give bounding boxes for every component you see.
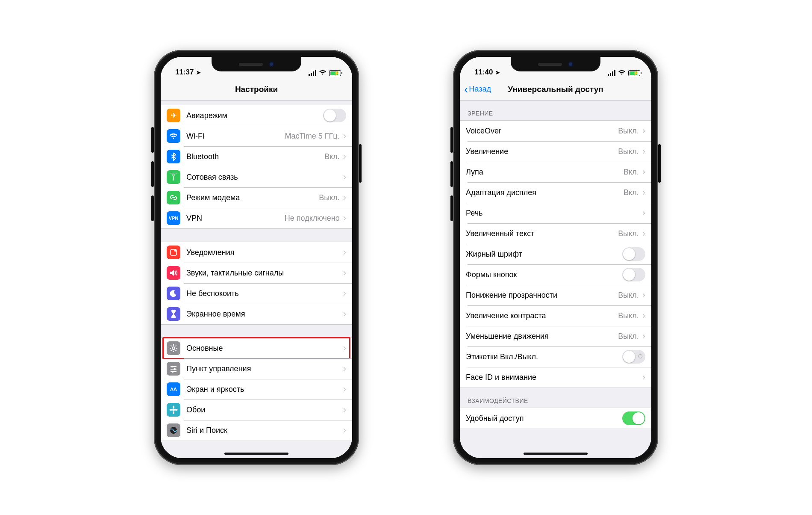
cell-bold[interactable]: Жирный шрифт <box>460 244 651 264</box>
cell-label: Этикетки Вкл./Выкл. <box>466 352 622 361</box>
cell-label: Увеличение <box>466 147 618 156</box>
cell-large-text[interactable]: Увеличенный текстВыкл.› <box>460 223 651 244</box>
cell-motion[interactable]: Уменьшение движенияВыкл.› <box>460 326 651 346</box>
chevron-right-icon: › <box>642 310 645 321</box>
chevron-right-icon: › <box>343 247 346 258</box>
cell-screentime[interactable]: Экранное время› <box>161 304 352 324</box>
bold-toggle[interactable] <box>622 247 645 261</box>
cell-siri[interactable]: Siri и Поиск› <box>161 420 352 441</box>
svg-point-8 <box>172 371 174 373</box>
cell-wallpaper[interactable]: Обои› <box>161 400 352 420</box>
accessibility-group-1: Удобный доступ <box>460 408 651 429</box>
cell-button-shapes[interactable]: Формы кнопок <box>460 264 651 285</box>
cell-speech[interactable]: Речь› <box>460 203 651 223</box>
svg-point-4 <box>171 366 173 367</box>
cell-notifications[interactable]: Уведомления› <box>161 242 352 263</box>
wallpaper-icon <box>167 403 180 417</box>
accessibility-group-0: VoiceOverВыкл.›УвеличениеВыкл.›ЛупаВкл.›… <box>460 120 651 388</box>
phone-frame-right: 11:40 ➤ ⚡ ‹ Назад Универсальный доступ З… <box>453 50 658 465</box>
chevron-right-icon: › <box>343 151 346 162</box>
display-icon: AA <box>167 382 180 396</box>
cell-label: Речь <box>466 209 642 218</box>
reachability-toggle[interactable] <box>622 411 645 425</box>
cell-transparency[interactable]: Понижение прозрачностиВыкл.› <box>460 285 651 305</box>
cell-label: VPN <box>186 214 285 223</box>
section-header: ЗРЕНИЕ <box>460 101 651 120</box>
airplane-toggle[interactable] <box>323 109 346 122</box>
cell-sounds[interactable]: Звуки, тактильные сигналы› <box>161 263 352 283</box>
cell-control[interactable]: Пункт управления› <box>161 358 352 379</box>
settings-content[interactable]: ✈АвиарежимWi-FiMacTime 5 ГГц.›BluetoothВ… <box>161 101 352 458</box>
group-gap <box>161 325 352 337</box>
cell-detail: MacTime 5 ГГц. <box>285 132 340 141</box>
cell-detail: Не подключено <box>285 214 340 223</box>
screen-left: 11:37 ➤ ⚡ Настройки ✈АвиарежимWi-FiMacTi… <box>161 57 352 458</box>
group-gap <box>161 441 352 454</box>
cell-display-adapt[interactable]: Адаптация дисплеяВкл.› <box>460 182 651 203</box>
svg-point-12 <box>170 409 172 411</box>
cell-display[interactable]: AAЭкран и яркость› <box>161 379 352 400</box>
chevron-right-icon: › <box>343 425 346 436</box>
battery-icon: ⚡ <box>628 70 640 76</box>
cell-wifi[interactable]: Wi-FiMacTime 5 ГГц.› <box>161 126 352 146</box>
settings-group-1: Уведомления›Звуки, тактильные сигналы›Не… <box>161 242 352 325</box>
button-shapes-toggle[interactable] <box>622 268 645 281</box>
cell-bluetooth[interactable]: BluetoothВкл.› <box>161 146 352 167</box>
cell-detail: Выкл. <box>618 311 639 320</box>
notch <box>511 57 600 71</box>
chevron-right-icon: › <box>343 288 346 299</box>
chevron-right-icon: › <box>343 363 346 374</box>
front-camera <box>568 62 573 67</box>
cell-hotspot[interactable]: Режим модемаВыкл.› <box>161 187 352 208</box>
cell-faceid[interactable]: Face ID и внимание› <box>460 367 651 388</box>
cell-detail: Выкл. <box>319 193 340 202</box>
home-indicator[interactable] <box>224 453 288 455</box>
home-indicator[interactable] <box>524 453 588 455</box>
status-time-area: 11:37 ➤ <box>175 68 201 77</box>
cell-labels[interactable]: Этикетки Вкл./Выкл. <box>460 346 651 367</box>
cell-vpn[interactable]: VPNVPNНе подключено› <box>161 208 352 228</box>
cell-voiceover[interactable]: VoiceOverВыкл.› <box>460 121 651 141</box>
svg-point-6 <box>174 368 176 370</box>
sounds-icon <box>167 266 180 280</box>
cell-airplane[interactable]: ✈Авиарежим <box>161 105 352 126</box>
settings-group-2: Основные›Пункт управления›AAЭкран и ярко… <box>161 337 352 441</box>
location-icon: ➤ <box>495 69 500 76</box>
labels-toggle[interactable] <box>622 350 645 364</box>
cell-label: Звуки, тактильные сигналы <box>186 269 343 278</box>
svg-point-13 <box>175 409 178 411</box>
status-time-area: 11:40 ➤ <box>474 68 500 77</box>
cell-label: Bluetooth <box>186 152 324 161</box>
cell-label: Лупа <box>466 168 624 177</box>
cell-contrast[interactable]: Увеличение контрастаВыкл.› <box>460 305 651 326</box>
cell-label: Адаптация дисплея <box>466 188 624 197</box>
chevron-right-icon: › <box>642 290 645 301</box>
cell-reachability[interactable]: Удобный доступ <box>460 408 651 429</box>
back-button[interactable]: ‹ Назад <box>464 78 491 100</box>
cell-zoom[interactable]: УвеличениеВыкл.› <box>460 141 651 162</box>
chevron-right-icon: › <box>642 166 645 178</box>
chevron-right-icon: › <box>343 172 346 183</box>
cell-dnd[interactable]: Не беспокоить› <box>161 283 352 304</box>
front-camera <box>269 62 274 67</box>
cell-detail: Выкл. <box>618 127 639 136</box>
cell-general[interactable]: Основные› <box>161 338 352 358</box>
cell-cellular[interactable]: Сотовая связь› <box>161 167 352 187</box>
back-label: Назад <box>469 85 491 94</box>
cell-label: Удобный доступ <box>466 414 622 423</box>
accessibility-content[interactable]: ЗРЕНИЕVoiceOverВыкл.›УвеличениеВыкл.›Луп… <box>460 101 651 458</box>
cell-detail: Выкл. <box>618 229 639 238</box>
chevron-right-icon: › <box>343 267 346 278</box>
svg-point-1 <box>174 250 177 252</box>
cell-label: Не беспокоить <box>186 289 343 298</box>
general-icon <box>167 341 180 355</box>
chevron-right-icon: › <box>642 125 645 136</box>
speaker-slot <box>239 63 263 66</box>
cell-label: Уведомления <box>186 248 343 257</box>
cell-magnifier[interactable]: ЛупаВкл.› <box>460 162 651 182</box>
cell-label: Основные <box>186 344 343 353</box>
cell-label: Формы кнопок <box>466 270 622 279</box>
cell-detail: Вкл. <box>624 188 639 197</box>
cellular-icon <box>167 170 180 184</box>
cell-label: Экран и яркость <box>186 385 343 394</box>
